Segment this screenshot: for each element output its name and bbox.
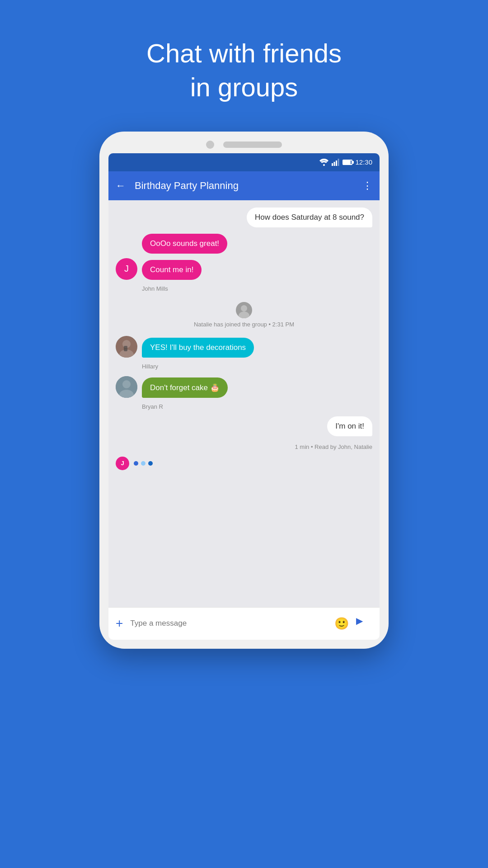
message-text: YES! I'll buy the decorations: [150, 343, 246, 352]
battery-icon: [343, 160, 352, 165]
bryan-avatar-icon: [116, 376, 137, 398]
typing-avatar: J: [116, 457, 129, 470]
back-button[interactable]: ←: [116, 180, 126, 192]
sender-name: John Mills: [142, 285, 372, 292]
typing-indicator: J: [116, 457, 372, 470]
svg-point-13: [122, 380, 131, 388]
natalie-avatar-icon: [236, 302, 252, 318]
phone-frame: 12:30 ← Birthday Party Planning ⋮ How do…: [99, 132, 389, 649]
typing-dot-2: [141, 461, 145, 466]
user-avatar-hillary: [116, 336, 137, 358]
message-group: OoOo sounds great! J Count me in! John M…: [116, 234, 372, 292]
app-bar: ← Birthday Party Planning ⋮: [108, 171, 380, 200]
typing-dots: [134, 461, 153, 466]
message-text: Don't forget cake 🎂: [150, 383, 220, 392]
send-button[interactable]: ▶: [356, 615, 372, 632]
message-text: OoOo sounds great!: [150, 239, 219, 248]
phone-top-bar: [108, 141, 380, 149]
chat-bubble: I'm on it!: [327, 416, 372, 436]
message-input[interactable]: [130, 619, 327, 628]
app-bar-title: Birthday Party Planning: [135, 180, 353, 192]
user-avatar-bryan: [116, 376, 137, 398]
svg-rect-2: [334, 162, 335, 166]
message-group: Don't forget cake 🎂 Bryan R: [116, 376, 372, 410]
message-row: J Count me in!: [116, 258, 372, 280]
message-text: How does Saturday at 8 sound?: [255, 213, 364, 222]
page-headline: Chat with friends in groups: [146, 36, 342, 104]
attach-button[interactable]: +: [116, 616, 123, 631]
emoji-button[interactable]: 🙂: [334, 617, 349, 631]
system-text: Natalie has joined the group • 2:31 PM: [194, 321, 294, 328]
sender-name: Bryan R: [142, 403, 372, 410]
headline-line2: in groups: [190, 72, 298, 102]
phone-speaker: [223, 142, 282, 148]
status-icons: 12:30: [319, 158, 372, 166]
system-message: Natalie has joined the group • 2:31 PM: [116, 302, 372, 328]
sender-name: Hillary: [142, 363, 372, 370]
svg-rect-1: [332, 163, 333, 166]
signal-icon: [332, 159, 340, 166]
message-row: How does Saturday at 8 sound?: [116, 208, 372, 227]
chat-bubble: Don't forget cake 🎂: [142, 377, 228, 398]
svg-point-0: [323, 164, 325, 166]
headline-line1: Chat with friends: [146, 38, 342, 68]
chat-bubble: YES! I'll buy the decorations: [142, 338, 254, 358]
message-row: YES! I'll buy the decorations: [116, 336, 372, 358]
typing-dot-1: [134, 461, 138, 466]
chat-bubble: Count me in!: [142, 260, 202, 280]
typing-avatar-initial: J: [121, 460, 124, 467]
system-avatar: [236, 302, 252, 318]
read-receipt: 1 min • Read by John, Natalie: [116, 443, 372, 450]
svg-point-6: [241, 305, 247, 311]
message-text: I'm on it!: [335, 422, 364, 430]
svg-rect-3: [336, 160, 337, 166]
chat-bubble: How does Saturday at 8 sound?: [247, 208, 372, 227]
chat-bubble: OoOo sounds great!: [142, 234, 227, 254]
status-bar: 12:30: [108, 153, 380, 171]
avatar-initial: J: [124, 264, 129, 274]
typing-dot-3: [148, 461, 153, 466]
message-row: OoOo sounds great!: [116, 234, 372, 254]
message-group: YES! I'll buy the decorations Hillary: [116, 336, 372, 370]
phone-screen: 12:30 ← Birthday Party Planning ⋮ How do…: [108, 153, 380, 640]
status-time: 12:30: [355, 158, 372, 166]
svg-rect-4: [338, 159, 339, 166]
svg-rect-11: [124, 346, 127, 351]
user-avatar-john: J: [116, 258, 137, 280]
hillary-avatar-icon: [116, 336, 137, 358]
input-bar: + 🙂 ▶: [108, 607, 380, 640]
chat-area: How does Saturday at 8 sound? OoOo sound…: [108, 200, 380, 607]
message-text: Count me in!: [150, 265, 193, 274]
message-row: I'm on it!: [116, 416, 372, 436]
wifi-icon: [319, 159, 329, 166]
message-row: Don't forget cake 🎂: [116, 376, 372, 398]
phone-camera: [206, 141, 214, 149]
more-options-button[interactable]: ⋮: [362, 180, 372, 192]
